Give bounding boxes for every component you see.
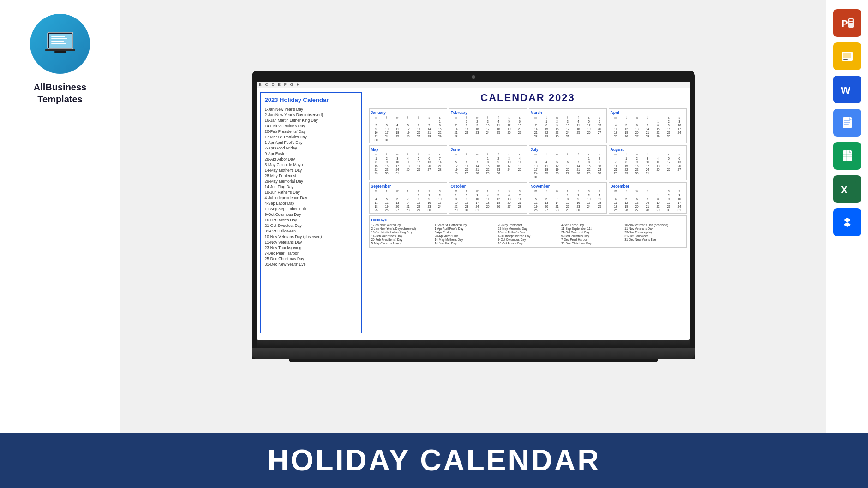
day-cell: 21 [611,168,621,171]
day-cell: 23 [461,205,472,208]
svg-rect-32 [839,214,856,231]
day-cell: 30 [632,172,642,175]
day-cell: 24 [674,131,685,134]
powerpoint-icon[interactable]: P [833,9,861,37]
day-cell: 27 [504,205,515,208]
days-grid: 1234567891011121314151617181920212223242… [611,194,685,212]
day-cell: 19 [621,205,632,208]
days-grid: 1234567891011121314151617181920212223242… [371,120,445,142]
svg-rect-5 [51,43,66,44]
day-header: s [594,116,605,119]
day-cell: 21 [451,131,461,134]
day-cell: 27 [413,135,424,138]
day-cell: 26 [382,208,392,212]
day-cell: 1 [653,194,664,197]
day-cell: 22 [435,131,445,134]
day-cell: 9 [552,124,563,127]
day-cell: 1 [371,157,382,160]
day-header: s [515,153,525,156]
dropbox-icon[interactable] [833,208,861,236]
month-name: February [451,110,525,115]
holidays-col-4: 4-Sep Labor Day 11-Sep September 11th 21… [561,223,621,245]
day-cell: 7 [642,124,653,127]
day-cell: 3 [504,157,515,160]
day-cell: 25 [541,172,552,175]
day-cell: 22 [483,168,493,171]
microsoft-word-icon[interactable]: W [833,76,861,103]
day-cell: 16 [472,127,483,131]
day-cell: 9 [424,197,435,201]
day-cell: 4 [515,157,525,160]
month-name: March [531,110,605,115]
days-grid: 1234567891011121314151617181920212223242… [451,157,525,175]
days-grid: 1234567891011121314151617181920212223242… [371,194,445,212]
day-cell: 14 [642,201,653,204]
day-cell: 30 [664,135,674,138]
day-cell: 28 [451,135,461,138]
day-cell: 31 [531,175,541,179]
day-cell-empty [632,194,642,197]
day-cell: 15 [653,201,664,204]
day-cell: 19 [584,127,594,131]
day-cell: 15 [483,164,493,167]
day-cell: 11 [541,164,552,167]
month-name: July [531,147,605,152]
day-header: s [664,116,674,119]
day-cell: 12 [413,161,424,164]
day-cell: 8 [541,124,552,127]
day-cell: 5 [664,157,674,160]
day-cell: 23 [552,131,563,134]
day-cell: 29 [584,172,594,175]
day-cell: 6 [563,161,573,164]
day-cell: 29 [451,208,461,212]
day-cell: 3 [531,161,541,164]
day-cell: 4 [371,197,382,201]
day-cell: 7 [552,197,563,201]
day-cell-empty [573,157,584,160]
day-cell: 22 [653,131,664,134]
google-docs-icon[interactable] [833,109,861,137]
day-header: s [584,190,594,193]
day-cell: 20 [413,131,424,134]
day-cell: 7 [451,124,461,127]
holiday-list-item: 9-Oct Columbus Day [265,212,357,217]
day-cell: 12 [504,124,515,127]
day-cell: 9 [664,197,674,201]
day-cell: 24 [392,168,403,171]
microsoft-excel-icon[interactable]: X [833,175,861,203]
day-cell: 11 [594,197,605,201]
day-cell: 29 [653,135,664,138]
day-cell: 24 [531,172,541,175]
google-sheets-icon[interactable] [833,142,861,170]
day-cell: 28 [642,208,653,212]
day-cell: 8 [413,197,424,201]
day-cell: 14 [515,197,525,201]
day-header: f [493,116,504,119]
day-cell: 12 [664,161,674,164]
day-cell: 31 [674,208,685,212]
day-header: s [584,153,594,156]
day-cell: 27 [594,131,605,134]
day-header: t [403,190,413,193]
holiday-list-item: 29-May Memorial Day [265,179,357,184]
day-cell-empty [424,120,435,123]
day-cell: 7 [515,194,525,197]
day-cell: 12 [493,197,504,201]
google-slides-icon[interactable] [833,42,861,70]
day-cell: 22 [461,131,472,134]
day-cell: 8 [653,124,664,127]
svg-rect-2 [51,36,65,37]
day-cell: 1 [584,157,594,160]
day-header: t [621,190,632,193]
day-header: m [371,190,382,193]
day-cell: 24 [472,205,483,208]
day-cell: 8 [653,197,664,201]
day-cell: 15 [451,201,461,204]
day-header: f [573,153,584,156]
day-cell: 14 [403,201,413,204]
day-cell: 18 [541,168,552,171]
svg-rect-16 [843,53,851,58]
day-header: w [392,116,403,119]
holiday-list-panel: 2023 Holiday Calendar 1-Jan New Year's D… [260,92,362,333]
holiday-list-item: 16-Oct Boss's Day [265,218,357,222]
